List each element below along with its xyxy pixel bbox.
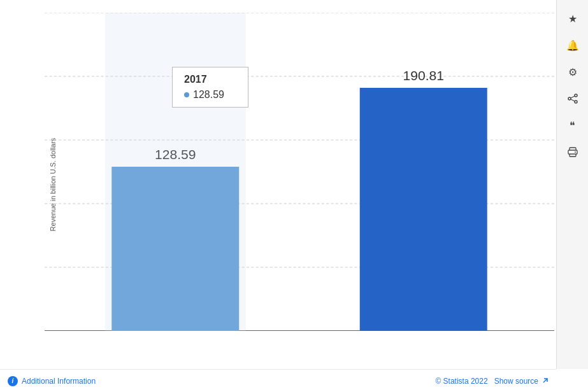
bar-2024[interactable] bbox=[360, 88, 487, 331]
svg-point-17 bbox=[568, 97, 571, 100]
print-icon[interactable] bbox=[561, 140, 585, 164]
footer-right: © Statista 2022 Show source bbox=[435, 377, 549, 386]
additional-info-link[interactable]: i Additional Information bbox=[8, 376, 96, 386]
show-source-button[interactable]: Show source bbox=[494, 377, 549, 386]
external-link-icon bbox=[541, 377, 549, 385]
svg-point-18 bbox=[575, 101, 577, 103]
show-source-label: Show source bbox=[494, 377, 538, 386]
sidebar-icons: ★ 🔔 ⚙ ❝ bbox=[556, 0, 588, 369]
tooltip-dot bbox=[184, 92, 189, 97]
bar-highlight bbox=[105, 13, 246, 331]
footer: i Additional Information © Statista 2022… bbox=[0, 369, 556, 392]
additional-info-label: Additional Information bbox=[22, 377, 96, 386]
info-icon: i bbox=[8, 376, 18, 386]
tooltip-value-text: 128.59 bbox=[193, 89, 224, 101]
svg-line-25 bbox=[543, 379, 547, 382]
star-icon[interactable]: ★ bbox=[561, 6, 585, 31]
svg-line-19 bbox=[571, 96, 575, 98]
chart-container: Revenue in billion U.S. dollars 250 200 … bbox=[0, 0, 554, 369]
svg-text:190.81: 190.81 bbox=[403, 68, 444, 82]
tooltip-value: 128.59 bbox=[184, 89, 236, 101]
chart-svg: 250 200 150 100 50 0 128.59 190.81 2017 … bbox=[45, 13, 554, 331]
svg-point-24 bbox=[575, 151, 576, 153]
bell-icon[interactable]: 🔔 bbox=[561, 33, 585, 57]
tooltip: 2017 128.59 bbox=[172, 67, 248, 108]
svg-point-16 bbox=[575, 94, 577, 97]
quote-icon[interactable]: ❝ bbox=[561, 113, 585, 137]
gear-icon[interactable]: ⚙ bbox=[561, 60, 585, 84]
statista-credit: © Statista 2022 bbox=[435, 377, 487, 386]
tooltip-year: 2017 bbox=[184, 74, 236, 85]
share-icon[interactable] bbox=[561, 87, 585, 111]
svg-line-20 bbox=[571, 99, 575, 101]
